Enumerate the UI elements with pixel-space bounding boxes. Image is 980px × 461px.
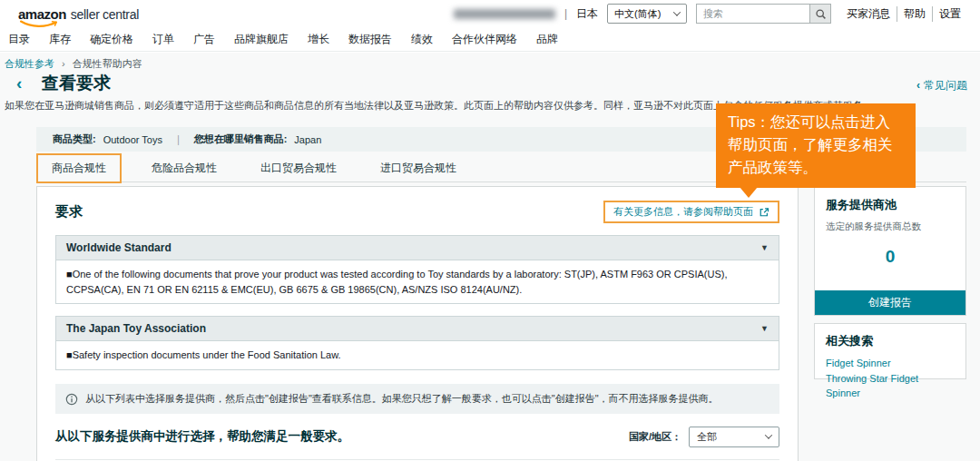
external-link-icon <box>759 207 769 218</box>
tab-product-compliance[interactable]: 商品合规性 <box>36 153 122 183</box>
requirements-title: 要求 <box>55 203 83 221</box>
breadcrumb-separator-icon: › <box>62 58 65 69</box>
country-filter-value: 全部 <box>697 430 717 444</box>
help-link[interactable]: 帮助 <box>897 6 932 22</box>
product-type-label: 商品类型: <box>53 132 96 146</box>
sell-where-label: 您想在哪里销售商品: <box>194 132 288 146</box>
account-divider: | <box>564 7 567 20</box>
settings-link[interactable]: 设置 <box>932 6 967 22</box>
breadcrumb: 合规性参考 › 合规性帮助内容 <box>5 57 142 71</box>
info-icon <box>65 393 78 406</box>
selected-provider-count: 0 <box>826 247 955 267</box>
accordion-japan-toy-association-body: ■Safety inspection documents under the F… <box>56 340 779 369</box>
country-filter-label: 国家/地区： <box>629 430 681 444</box>
accordion-worldwide-standard-body: ■One of the following documents that pro… <box>56 260 779 303</box>
provider-pool-title: 服务提供商池 <box>826 197 955 213</box>
language-selector-value: 中文(简体) <box>614 7 661 21</box>
page-title: 查看要求 <box>42 72 111 95</box>
service-provider-pool-card: 服务提供商池 选定的服务提供商总数 0 创建报告 <box>814 186 966 316</box>
provider-pool-subtitle: 选定的服务提供商总数 <box>826 221 955 233</box>
nav-item-performance[interactable]: 绩效 <box>411 32 433 47</box>
search-input[interactable] <box>696 4 809 24</box>
related-searches-title: 相关搜索 <box>826 333 955 349</box>
related-search-throwing-star[interactable]: Throwing Star Fidget Spinner <box>826 371 955 401</box>
requirements-card: 要求 有关更多信息，请参阅帮助页面 Worldwide Standard ▼ ■… <box>36 186 799 461</box>
marketplace-label: 日本 <box>576 6 598 22</box>
product-info-separator: ｜ <box>173 132 183 146</box>
top-bar: amazon seller central | 日本 中文(简体) 买家消息 帮… <box>0 0 980 27</box>
nav-item-stores[interactable]: 品牌旗舰店 <box>234 32 289 47</box>
tab-dangerous-goods-compliance[interactable]: 危险品合规性 <box>138 155 230 181</box>
related-searches-card: 相关搜索 Fidget Spinner Throwing Star Fidget… <box>814 323 966 379</box>
logo-seller-central-text: seller central <box>71 7 139 22</box>
nav-item-pricing[interactable]: 确定价格 <box>90 32 133 47</box>
faq-link-label: 常见问题 <box>924 79 967 92</box>
info-note-text: 从以下列表中选择服务提供商，然后点击"创建报告"查看联系信息。如果您只想了解一般… <box>85 392 719 406</box>
accordion-worldwide-standard: Worldwide Standard ▼ ■One of the followi… <box>55 235 779 304</box>
breadcrumb-compliance-reference[interactable]: 合规性参考 <box>5 58 54 69</box>
chevron-down-icon <box>765 431 772 438</box>
accordion-worldwide-standard-title: Worldwide Standard <box>66 241 172 254</box>
back-button[interactable]: ‹ <box>16 74 22 92</box>
nav-item-growth[interactable]: 增长 <box>308 32 329 47</box>
related-search-fidget-spinner[interactable]: Fidget Spinner <box>826 356 955 371</box>
accordion-japan-toy-association-header[interactable]: The Japan Toy Association ▼ <box>56 317 779 340</box>
caret-down-icon: ▼ <box>760 324 769 333</box>
nav-item-brands[interactable]: 品牌 <box>536 32 558 47</box>
amazon-seller-central-logo[interactable]: amazon seller central <box>18 6 139 22</box>
sell-where-value: Japan <box>294 134 321 145</box>
product-type-value: Outdoor Toys <box>103 134 162 145</box>
create-report-button[interactable]: 创建报告 <box>815 290 965 315</box>
tab-export-trade-compliance[interactable]: 出口贸易合规性 <box>247 155 350 181</box>
language-selector[interactable]: 中文(简体) <box>607 4 687 24</box>
more-info-help-link-label: 有关更多信息，请参阅帮助页面 <box>613 205 753 219</box>
accordion-japan-toy-association: The Japan Toy Association ▼ ■Safety insp… <box>55 316 779 370</box>
info-note: 从以下列表中选择服务提供商，然后点击"创建报告"查看联系信息。如果您只想了解一般… <box>55 384 779 414</box>
nav-item-inventory[interactable]: 库存 <box>49 32 71 47</box>
breadcrumb-compliance-help: 合规性帮助内容 <box>73 58 142 69</box>
tips-tooltip: Tips：您还可以点击进入帮助页面，了解更多相关产品政策等。 <box>716 103 916 188</box>
providers-heading: 从以下服务提供商中进行选择，帮助您满足一般要求。 <box>55 428 349 445</box>
main-nav: 目录 库存 确定价格 订单 广告 品牌旗舰店 增长 数据报告 绩效 合作伙伴网络… <box>0 27 980 52</box>
country-filter-select[interactable]: 全部 <box>689 427 779 447</box>
buyer-messages-link[interactable]: 买家消息 <box>840 6 897 22</box>
nav-item-advertising[interactable]: 广告 <box>193 32 215 47</box>
nav-item-orders[interactable]: 订单 <box>152 32 174 47</box>
nav-item-reports[interactable]: 数据报告 <box>348 32 392 47</box>
nav-item-catalog[interactable]: 目录 <box>8 32 30 47</box>
search-button[interactable] <box>809 4 831 24</box>
faq-link[interactable]: ‹常见问题 <box>916 78 967 93</box>
account-name-masked <box>454 9 555 19</box>
accordion-worldwide-standard-header[interactable]: Worldwide Standard ▼ <box>56 236 779 260</box>
nav-item-partner-network[interactable]: 合作伙伴网络 <box>452 32 517 47</box>
tab-import-trade-compliance[interactable]: 进口贸易合规性 <box>367 155 470 181</box>
chevron-down-icon <box>673 8 681 15</box>
caret-down-icon: ▼ <box>760 243 769 252</box>
accordion-japan-toy-association-title: The Japan Toy Association <box>66 322 206 335</box>
search-icon <box>815 8 827 20</box>
more-info-help-link[interactable]: 有关更多信息，请参阅帮助页面 <box>603 201 779 223</box>
chevron-left-icon: ‹ <box>916 79 920 92</box>
